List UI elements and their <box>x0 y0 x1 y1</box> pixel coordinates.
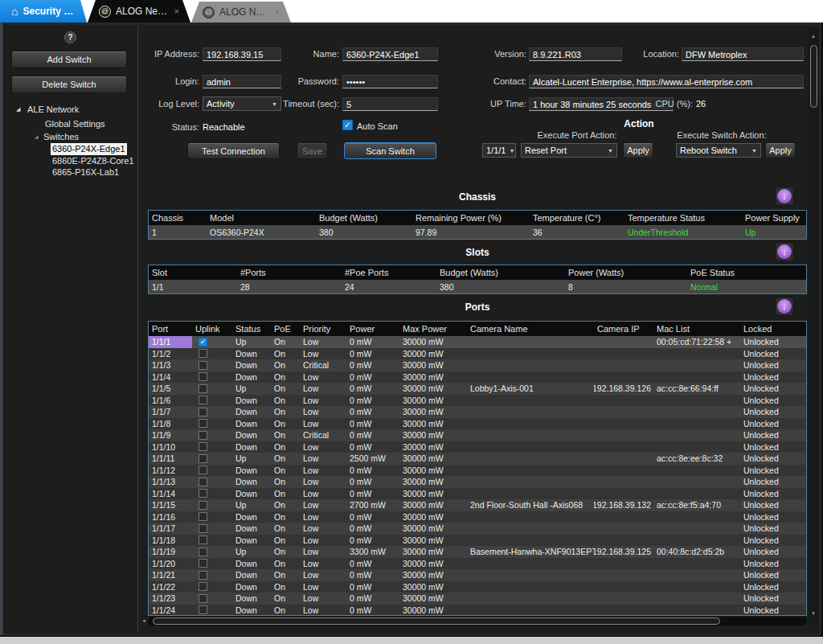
cell-status: Down <box>232 371 271 384</box>
uplink-checkbox[interactable] <box>199 524 207 533</box>
uplink-checkbox[interactable] <box>199 361 207 370</box>
table-row[interactable]: 1/1/24DownOnLow0 mW30000 mWUnlocked <box>149 605 806 617</box>
chassis-section-title: Chassis <box>148 191 807 203</box>
contact-field[interactable] <box>529 75 804 88</box>
tree-item-switch[interactable]: 6865-P16X-Lab1 <box>51 166 121 178</box>
table-row[interactable]: 1/1/5UpOnLow0 mW30000 mWLobby1-Axis-0011… <box>149 383 806 395</box>
column-header: #Poe Ports <box>342 265 436 280</box>
scroll-up-icon[interactable]: ▲ <box>811 34 816 39</box>
uplink-checkbox[interactable] <box>199 442 207 451</box>
vertical-scrollbar-thumb[interactable] <box>810 45 817 108</box>
table-row[interactable]: 1/1/19UpOnLow3300 mW30000 mWBasement-Han… <box>149 546 806 558</box>
uplink-checkbox[interactable] <box>199 548 207 556</box>
table-row[interactable]: 1/1/14DownOnLow0 mW30000 mWUnlocked <box>149 488 806 500</box>
table-row[interactable]: 1/1/1✓UpOnLow0 mW30000 mW00:05:cd:71:22:… <box>149 336 806 348</box>
table-row[interactable]: 1/1/9DownOnCritical0 mW30000 mWUnlocked <box>149 429 806 441</box>
status-value: Reachable <box>203 122 245 132</box>
uplink-checkbox[interactable] <box>199 431 207 440</box>
table-row[interactable]: 1/1/2DownOnLow0 mW30000 mWUnlocked <box>149 348 806 360</box>
uplink-checkbox[interactable] <box>199 372 207 381</box>
uplink-checkbox[interactable] <box>199 396 207 404</box>
export-ports-button[interactable]: ↓ <box>775 297 794 316</box>
export-slots-button[interactable]: ↓ <box>775 242 794 261</box>
table-row[interactable]: 1/1/7DownOnLow0 mW30000 mWUnlocked <box>149 406 806 418</box>
table-row[interactable]: 1/1/18DownOnLow0 mW30000 mWUnlocked <box>149 535 806 547</box>
tree-item-switch[interactable]: 6360-P24X-Edge1 <box>51 143 127 155</box>
vertical-scrollbar[interactable] <box>809 27 819 623</box>
uplink-checkbox[interactable] <box>199 535 207 544</box>
help-icon[interactable]: ? <box>64 31 76 43</box>
cell-uplink <box>192 406 232 418</box>
cell-uplink <box>192 499 232 511</box>
tree-item-global-settings[interactable]: Global Settings <box>45 119 105 129</box>
uplink-checkbox[interactable]: ✓ <box>199 338 207 347</box>
cell-locked: Unlocked <box>740 371 806 384</box>
password-field[interactable] <box>342 75 438 88</box>
tab-label: Security Desk <box>23 6 76 17</box>
uplink-checkbox[interactable] <box>199 466 207 474</box>
uplink-checkbox[interactable] <box>199 349 207 358</box>
horizontal-scrollbar-thumb[interactable] <box>153 617 720 625</box>
table-row[interactable]: 1/1/22DownOnLow0 mW30000 mWUnlocked <box>149 581 806 593</box>
apply-switch-action-button[interactable]: Apply <box>765 142 796 158</box>
tree-item-ale-network[interactable]: ALE Network <box>27 105 79 114</box>
tree-expander-icon[interactable]: ◢ <box>35 133 39 139</box>
uplink-checkbox[interactable] <box>199 512 207 521</box>
uplink-checkbox[interactable] <box>199 478 207 486</box>
cell-port: 1/1/13 <box>149 476 192 488</box>
scroll-down-icon[interactable]: ▼ <box>811 611 816 616</box>
table-row[interactable]: 1/1/6DownOnLow0 mW30000 mWUnlocked <box>149 395 806 407</box>
uplink-checkbox[interactable] <box>199 582 207 591</box>
auto-scan-checkbox[interactable]: ✓ <box>342 120 353 130</box>
scan-switch-button[interactable]: Scan Switch <box>344 142 436 159</box>
table-row[interactable]: 1OS6360-P24X38097.8936UnderThresholdUp <box>149 225 806 239</box>
tree-item-switch[interactable]: 6860E-P24Z8-Core1 <box>51 155 136 167</box>
table-row[interactable]: 1/1/21DownOnLow0 mW30000 mWUnlocked <box>149 569 806 581</box>
uplink-checkbox[interactable] <box>199 408 207 416</box>
location-field[interactable] <box>682 47 804 61</box>
cell-camera-name <box>467 581 594 593</box>
table-row[interactable]: 1/1/23DownOnLow0 mW30000 mWUnlocked <box>149 593 806 605</box>
uplink-checkbox[interactable] <box>199 501 207 510</box>
uplink-checkbox[interactable] <box>199 594 207 603</box>
table-row[interactable]: 1/1/12DownOnLow0 mW30000 mWUnlocked <box>149 465 806 477</box>
table-row[interactable]: 1/1/17DownOnLow0 mW30000 mWUnlocked <box>149 523 806 535</box>
port-select-dropdown[interactable]: 1/1/1 ▼ <box>482 143 516 158</box>
table-row[interactable]: 1/1/8DownOnLow0 mW30000 mWUnlocked <box>149 418 806 430</box>
port-action-dropdown[interactable]: Reset Port ▼ <box>521 143 617 158</box>
uplink-checkbox[interactable] <box>199 559 207 568</box>
uplink-checkbox[interactable] <box>199 419 207 428</box>
table-row[interactable]: 1/1/10DownOnLow0 mW30000 mWUnlocked <box>149 441 806 453</box>
scroll-left-icon[interactable]: ◄ <box>141 618 146 623</box>
uplink-checkbox[interactable] <box>199 454 207 463</box>
uplink-checkbox[interactable] <box>199 605 207 614</box>
table-row[interactable]: 1/128243808Normal <box>149 280 806 293</box>
export-chassis-button[interactable]: ↓ <box>775 187 794 206</box>
table-row[interactable]: 1/1/15UpOnLow2700 mW30000 mW2nd Floor-So… <box>149 499 806 511</box>
switch-action-dropdown[interactable]: Reboot Switch ▼ <box>676 143 761 158</box>
tab-security-desk[interactable]: ⌂ Security Desk <box>0 0 87 23</box>
table-row[interactable]: 1/1/20DownOnLow0 mW30000 mWUnlocked <box>149 558 806 570</box>
timeout-field[interactable] <box>342 97 438 111</box>
uplink-checkbox[interactable] <box>199 489 207 498</box>
table-row[interactable]: 1/1/16DownOnLow0 mW30000 mWUnlocked <box>149 511 806 523</box>
apply-port-action-button[interactable]: Apply <box>623 142 653 158</box>
uplink-checkbox[interactable] <box>199 571 207 580</box>
cell-port: 1/1/20 <box>149 558 192 570</box>
close-icon[interactable]: × <box>174 6 179 16</box>
name-field[interactable] <box>342 47 438 61</box>
save-button[interactable]: Save <box>297 142 328 159</box>
table-row[interactable]: 1/1/13DownOnLow0 mW30000 mWUnlocked <box>149 476 806 488</box>
test-connection-button[interactable]: Test Connection <box>187 142 280 159</box>
tree-item-switches[interactable]: Switches <box>43 132 79 142</box>
tree-expander-icon[interactable]: ◢ <box>16 106 20 113</box>
tab-alog-network-active[interactable]: @ ALOG Netw... × <box>88 0 190 23</box>
tab-alog-network-inactive[interactable]: @ ALOG Netw... × <box>191 2 291 23</box>
close-icon[interactable]: × <box>275 7 280 17</box>
cell-port: 1/1/2 <box>149 348 192 360</box>
uplink-checkbox[interactable] <box>199 384 207 393</box>
cell-priority: Low <box>300 535 346 547</box>
table-row[interactable]: 1/1/4DownOnLow0 mW30000 mWUnlocked <box>149 371 806 384</box>
table-row[interactable]: 1/1/11UpOnLow2500 mW30000 mWac:cc:8e:ee:… <box>149 453 806 465</box>
table-row[interactable]: 1/1/3DownOnCritical0 mW30000 mWUnlocked <box>149 359 806 371</box>
